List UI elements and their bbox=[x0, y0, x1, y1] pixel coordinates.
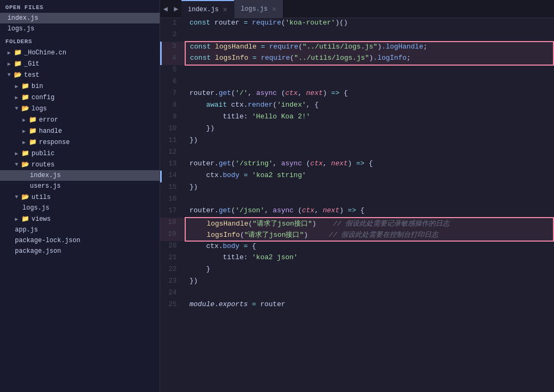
line-num-19: 19 bbox=[162, 229, 185, 241]
file-utils-logs-js[interactable]: logs.js bbox=[0, 203, 160, 213]
folder-config[interactable]: ▶ 📁 config bbox=[0, 92, 160, 103]
folder-arrow-handle: ▶ bbox=[22, 128, 28, 134]
code-line-12 bbox=[185, 147, 553, 159]
folder-arrow-config: ▶ bbox=[15, 94, 20, 101]
tab-label-index-js: index.js bbox=[188, 6, 219, 13]
table-row: 8 await ctx.render('index', { bbox=[160, 100, 553, 112]
file-app-js[interactable]: app.js bbox=[0, 225, 160, 235]
table-row: 22 } bbox=[160, 265, 553, 276]
folder-label-views: views bbox=[31, 215, 51, 223]
tab-close-index-js[interactable]: ✕ bbox=[223, 5, 227, 14]
folder-logs[interactable]: ▼ 📂 logs bbox=[0, 103, 160, 114]
code-line-21: title: 'koa2 json' bbox=[185, 253, 553, 265]
folder-icon-config: 📁 bbox=[21, 93, 29, 101]
folder-icon-views: 📁 bbox=[21, 215, 29, 223]
code-line-5 bbox=[185, 65, 553, 77]
line-num-25: 25 bbox=[162, 300, 185, 311]
line-num-16: 16 bbox=[162, 194, 185, 206]
code-line-10: }) bbox=[185, 124, 553, 135]
line-num-21: 21 bbox=[162, 253, 185, 265]
folder-icon-hochine: 📁 bbox=[14, 49, 22, 57]
folder-label-hochine: _HoChine.cn bbox=[24, 49, 66, 57]
nav-forward-button[interactable]: ▶ bbox=[171, 0, 181, 18]
table-row: 24 bbox=[160, 288, 553, 300]
line-num-22: 22 bbox=[162, 265, 185, 276]
code-line-7: router.get('/', async (ctx, next) => { bbox=[185, 89, 553, 100]
table-row: 1 const router = require('koa-router')() bbox=[160, 18, 553, 30]
code-line-13: router.get('/string', async (ctx, next) … bbox=[185, 159, 553, 171]
table-row: 5 bbox=[160, 65, 553, 77]
table-row: 11 }) bbox=[160, 135, 553, 147]
line-num-7: 7 bbox=[162, 89, 185, 100]
tab-logs-js[interactable]: logs.js ✕ bbox=[234, 0, 283, 18]
line-num-6: 6 bbox=[162, 77, 185, 89]
folder-handle[interactable]: ▶ 📁 handle bbox=[0, 125, 160, 137]
folder-test[interactable]: ▼ 📂 test bbox=[0, 69, 160, 81]
folder-icon-utils: 📂 bbox=[21, 193, 29, 201]
line-num-13: 13 bbox=[162, 159, 185, 171]
code-line-8: await ctx.render('index', { bbox=[185, 100, 553, 112]
table-row: 19 logsInfo("请求了json接口") // 假设此处需要在控制台打印… bbox=[160, 229, 553, 241]
code-line-24 bbox=[185, 288, 553, 300]
code-line-17: router.get('/json', async (ctx, next) =>… bbox=[185, 206, 553, 218]
folder-arrow-routes: ▼ bbox=[15, 162, 20, 167]
tab-close-logs-js[interactable]: ✕ bbox=[272, 4, 276, 13]
code-area[interactable]: 1 const router = require('koa-router')()… bbox=[160, 18, 554, 392]
file-package-json[interactable]: package.json bbox=[0, 246, 160, 257]
line-num-18: 18 bbox=[162, 218, 185, 229]
line-num-9: 9 bbox=[162, 112, 185, 124]
file-routes-index-js[interactable]: index.js bbox=[0, 170, 160, 181]
folder-icon-error: 📁 bbox=[29, 116, 37, 124]
line-num-4: 4 bbox=[162, 53, 185, 65]
code-line-16 bbox=[185, 194, 553, 206]
code-table: 1 const router = require('koa-router')()… bbox=[160, 18, 554, 311]
code-line-15: }) bbox=[185, 182, 553, 194]
table-row: 13 router.get('/string', async (ctx, nex… bbox=[160, 159, 553, 171]
table-row: 7 router.get('/', async (ctx, next) => { bbox=[160, 89, 553, 100]
folders-title: FOLDERS bbox=[0, 34, 160, 47]
code-line-11: }) bbox=[185, 135, 553, 147]
folder-label-response: response bbox=[39, 139, 70, 146]
folder-label-logs: logs bbox=[31, 105, 47, 113]
code-line-19: logsInfo("请求了json接口") // 假设此处需要在控制台打印日志 bbox=[185, 229, 553, 241]
table-row: 20 ctx.body = { bbox=[160, 241, 553, 253]
folder-response[interactable]: ▶ 📁 response bbox=[0, 137, 160, 148]
code-line-20: ctx.body = { bbox=[185, 241, 553, 253]
folder-label-bin: bin bbox=[31, 83, 43, 90]
code-line-14: ctx.body = 'koa2 string' bbox=[185, 171, 553, 182]
folder-label-config: config bbox=[31, 94, 54, 101]
table-row: 18 logsHandle("请求了json接口") // 假设此处需要记录敏感… bbox=[160, 218, 553, 229]
folder-arrow-views: ▶ bbox=[15, 216, 20, 222]
line-num-10: 10 bbox=[162, 124, 185, 135]
folder-arrow-hochine: ▶ bbox=[7, 50, 13, 56]
folder-routes[interactable]: ▼ 📂 routes bbox=[0, 159, 160, 170]
folder-arrow-git: ▶ bbox=[7, 61, 13, 67]
table-row: 16 bbox=[160, 194, 553, 206]
folder-error[interactable]: ▶ 📁 error bbox=[0, 114, 160, 125]
folder-utils[interactable]: ▼ 📂 utils bbox=[0, 191, 160, 203]
folder-arrow-error: ▶ bbox=[22, 117, 28, 123]
folder-bin[interactable]: ▶ 📁 bin bbox=[0, 81, 160, 92]
folder-arrow-logs: ▼ bbox=[15, 106, 20, 111]
folder-hochine[interactable]: ▶ 📁 _HoChine.cn bbox=[0, 47, 160, 58]
sidebar: OPEN FILES index.js logs.js FOLDERS ▶ 📁 … bbox=[0, 0, 160, 392]
folder-views[interactable]: ▶ 📁 views bbox=[0, 213, 160, 225]
table-row: 3 const logsHandle = require("../utils/l… bbox=[160, 42, 553, 53]
file-package-lock-json[interactable]: package-lock.json bbox=[0, 235, 160, 246]
editor: ◀ ▶ index.js ✕ logs.js ✕ 1 const router bbox=[160, 0, 554, 392]
open-file-index-js[interactable]: index.js bbox=[0, 13, 160, 23]
nav-back-button[interactable]: ◀ bbox=[160, 0, 171, 18]
code-line-23: }) bbox=[185, 276, 553, 288]
line-num-8: 8 bbox=[162, 100, 185, 112]
folder-label-utils: utils bbox=[31, 194, 51, 201]
folder-public[interactable]: ▶ 📁 public bbox=[0, 148, 160, 159]
line-num-14: 14 bbox=[162, 171, 185, 182]
folder-git[interactable]: ▶ 📁 _Git bbox=[0, 58, 160, 69]
file-routes-users-js[interactable]: users.js bbox=[0, 181, 160, 191]
open-file-logs-js[interactable]: logs.js bbox=[0, 23, 160, 34]
tab-index-js[interactable]: index.js ✕ bbox=[181, 0, 234, 18]
folder-icon-logs: 📂 bbox=[21, 105, 29, 113]
tab-bar: ◀ ▶ index.js ✕ logs.js ✕ bbox=[160, 0, 554, 18]
code-line-3: const logsHandle = require("../utils/log… bbox=[185, 42, 553, 53]
folder-icon-bin: 📁 bbox=[21, 82, 29, 90]
